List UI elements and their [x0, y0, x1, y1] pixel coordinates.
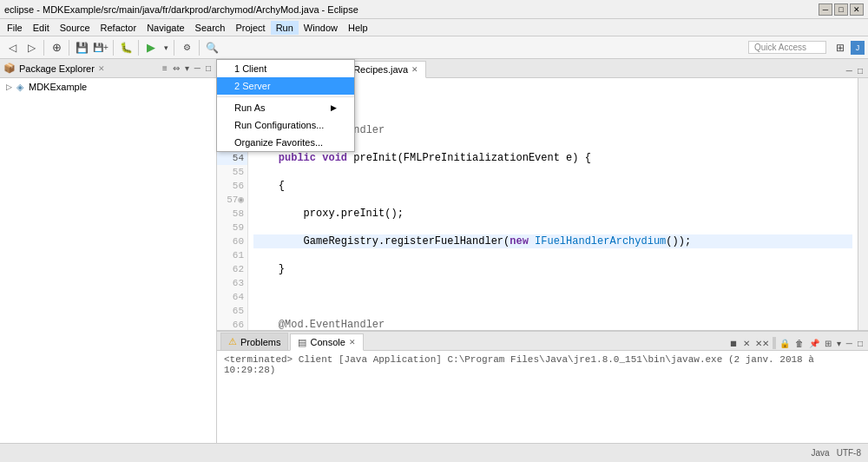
menu-help[interactable]: Help	[343, 21, 373, 35]
run-menu-organize[interactable]: Organize Favorites...	[217, 134, 354, 151]
run-button[interactable]: ▶	[142, 39, 160, 56]
back-button[interactable]: ◁	[3, 39, 21, 56]
tab-problems[interactable]: ⚠ Problems	[220, 333, 288, 350]
open-console-button[interactable]: ⊞	[823, 339, 833, 348]
run-server-label: 2 Server	[234, 81, 271, 91]
code-line-53: proxy.preInit();	[253, 207, 852, 221]
line-57: 57◉	[217, 193, 247, 207]
build-button[interactable]: ⚙	[178, 39, 195, 56]
bottom-tab-group: ⚠ Problems ▤ Console ✕	[220, 333, 365, 350]
run-dropdown-button[interactable]: ▾	[161, 39, 170, 56]
perspective-button[interactable]: ⊞	[832, 39, 849, 56]
menu-source[interactable]: Source	[55, 21, 95, 35]
panel-controls: ≡ ⇔ ▾ ─ □	[161, 63, 213, 73]
bottom-panel-controls: ⏹ ✕ ✕✕ 🔒 🗑 📌 ⊞ ▾ ─ □	[727, 337, 865, 350]
tab-modrecipes-close[interactable]: ✕	[411, 65, 418, 74]
package-explorer-title: 📦 Package Explorer ✕	[3, 63, 105, 74]
collapse-all-button[interactable]: ≡	[161, 63, 169, 73]
line-61: 61	[217, 248, 247, 262]
run-as-arrow: ▶	[331, 103, 337, 112]
code-line-55: }	[253, 262, 852, 276]
code-line-52: {	[253, 179, 852, 193]
tab-console-close[interactable]: ✕	[349, 338, 356, 346]
maximize-button[interactable]: □	[834, 3, 848, 16]
line-66: 66	[217, 318, 247, 330]
code-line-57: @Mod.EventHandler	[253, 318, 852, 330]
console-terminated-text: <terminated> Client [Java Application] C…	[224, 354, 861, 375]
menu-run[interactable]: Run	[271, 21, 299, 35]
remove-launch-button[interactable]: ✕	[741, 339, 752, 348]
scroll-lock-button[interactable]: 🔒	[778, 339, 792, 348]
menu-file[interactable]: File	[2, 21, 28, 35]
tree-item-mdkexample[interactable]: ▷ ◈ MDKExample	[2, 80, 214, 94]
toolbar: ◁ ▷ ⊕ 💾 💾+ 🐛 ▶ ▾ ⚙ 🔍 Quick Access ⊞ J	[0, 36, 868, 59]
open-perspective-button[interactable]: J	[851, 41, 865, 55]
toolbar-separator-1	[43, 40, 44, 56]
save-all-button[interactable]: 💾+	[92, 39, 109, 56]
line-64: 64	[217, 290, 247, 304]
menu-project[interactable]: Project	[230, 21, 270, 35]
tab-console-label: Console	[310, 337, 345, 347]
line-62: 62	[217, 262, 247, 276]
panel-menu-button[interactable]: ▾	[183, 63, 191, 73]
editor-maximize-btn[interactable]: □	[856, 66, 865, 76]
minimize-button[interactable]: ─	[819, 3, 832, 16]
debug-button[interactable]: 🐛	[117, 39, 135, 56]
editor-minimize-btn[interactable]: ─	[845, 66, 854, 76]
run-menu-run-as[interactable]: Run As ▶	[217, 99, 354, 116]
line-58: 58	[217, 207, 247, 221]
bottom-minimize-btn[interactable]: ─	[845, 339, 854, 348]
problems-icon: ⚠	[228, 336, 237, 347]
main-area: 📦 Package Explorer ✕ ≡ ⇔ ▾ ─ □ ▷ ◈ MDKEx…	[0, 59, 868, 443]
console-icon: ▤	[298, 337, 306, 348]
editor-scrollbar[interactable]	[858, 78, 868, 330]
clear-console-button[interactable]: 🗑	[793, 339, 806, 348]
bottom-maximize-btn[interactable]: □	[856, 339, 865, 348]
maximize-panel-button[interactable]: □	[204, 63, 213, 73]
window-title: eclipse - MDKExample/src/main/java/fr/da…	[4, 4, 358, 15]
search-button[interactable]: 🔍	[203, 39, 220, 56]
link-editor-button[interactable]: ⇔	[171, 63, 181, 73]
status-perspective: Java	[812, 448, 830, 458]
line-63: 63	[217, 276, 247, 290]
run-config-label: Run Configurations...	[234, 120, 324, 130]
pin-console-button[interactable]: 📌	[807, 339, 821, 348]
console-menu-button[interactable]: ▾	[835, 339, 843, 348]
bottom-tabs: ⚠ Problems ▤ Console ✕ ⏹ ✕ ✕✕ 🔒 🗑	[217, 332, 868, 351]
menu-search[interactable]: Search	[190, 21, 231, 35]
console-separator	[773, 337, 776, 349]
run-menu-sep-1	[217, 96, 354, 97]
run-menu-client[interactable]: 1 Client	[217, 60, 354, 77]
tab-console[interactable]: ▤ Console ✕	[290, 333, 363, 351]
line-55: 55	[217, 165, 247, 179]
toolbar-separator-6	[199, 40, 200, 56]
code-line-54: GameRegistry.registerFuelHandler(new IFu…	[253, 234, 852, 248]
run-menu-server[interactable]: 2 Server	[217, 77, 354, 95]
forward-button[interactable]: ▷	[23, 39, 40, 56]
close-button[interactable]: ✕	[850, 3, 864, 16]
line-56: 56	[217, 179, 247, 193]
code-line-56	[253, 290, 852, 304]
minimize-panel-button[interactable]: ─	[193, 63, 202, 73]
tab-problems-label: Problems	[240, 337, 280, 347]
quick-access-input[interactable]: Quick Access	[748, 41, 826, 54]
code-line-51: public void preInit(FMLPreInitialization…	[253, 151, 852, 165]
package-explorer-label: Package Explorer	[19, 63, 95, 74]
run-menu-configurations[interactable]: Run Configurations...	[217, 116, 354, 134]
status-encoding: UTF-8	[837, 448, 861, 458]
toolbar-separator-5	[174, 40, 174, 56]
run-organize-label: Organize Favorites...	[234, 137, 323, 148]
save-button[interactable]: 💾	[73, 39, 90, 56]
menu-edit[interactable]: Edit	[28, 21, 55, 35]
terminate-button[interactable]: ⏹	[727, 339, 740, 348]
title-controls: ─ □ ✕	[819, 3, 864, 16]
console-cursor-line	[224, 375, 861, 387]
run-dropdown-menu: 1 Client 2 Server Run As ▶ Run Configura…	[216, 59, 355, 152]
package-explorer-header: 📦 Package Explorer ✕ ≡ ⇔ ▾ ─ □	[0, 59, 216, 78]
menu-navigate[interactable]: Navigate	[141, 21, 189, 35]
status-bar: Java UTF-8	[0, 443, 868, 462]
new-button[interactable]: ⊕	[48, 39, 65, 56]
menu-window[interactable]: Window	[299, 21, 343, 35]
remove-all-button[interactable]: ✕✕	[753, 339, 771, 348]
menu-refactor[interactable]: Refactor	[95, 21, 142, 35]
